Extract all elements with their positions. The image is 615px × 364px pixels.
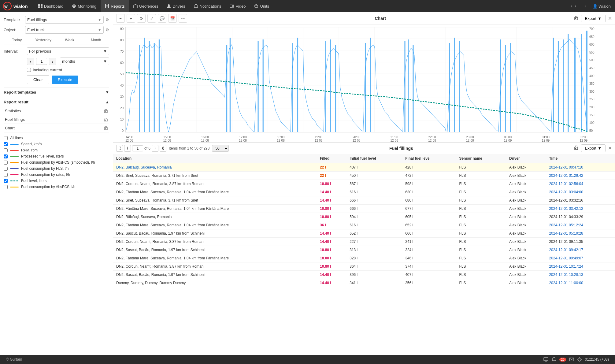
- cell-final: 677 l: [402, 205, 456, 213]
- tab-yesterday[interactable]: Yesterday: [30, 36, 56, 44]
- template-select[interactable]: Fuel fillings ▼: [25, 16, 104, 24]
- table-toolbar: ⟨⟨ ⟨ of 6 ⟩ ⟩⟩ Items from 1 to 50 of 298…: [113, 143, 615, 154]
- legend-rpm-checkbox[interactable]: [4, 148, 8, 152]
- nav-drivers[interactable]: Drivers: [162, 0, 189, 12]
- next-page-btn[interactable]: ⟩: [152, 145, 158, 152]
- result-statistics[interactable]: Statistics: [4, 107, 109, 115]
- table-row[interactable]: DN2, Bălcăuți, Suceava, Romania 10.80 l …: [113, 213, 615, 221]
- fullscreen-btn[interactable]: ⤢: [147, 14, 156, 23]
- object-select[interactable]: Fuel truck ▼: [25, 26, 104, 34]
- table-row[interactable]: DN2, Cordun, Neamț, Romania, 3.87 km fro…: [113, 262, 615, 271]
- svg-rect-81: [575, 148, 576, 149]
- interval-select[interactable]: For previous ▼: [27, 47, 109, 55]
- nav-geofences[interactable]: Geofences: [129, 0, 163, 12]
- tab-week[interactable]: Week: [57, 36, 83, 44]
- table-row[interactable]: DN2, Cordun, Neamț, Romania, 3.87 km fro…: [113, 238, 615, 246]
- table-row[interactable]: DN2, Siret, Suceava, Romania, 3.71 km fr…: [113, 196, 615, 205]
- stepper-decrement[interactable]: ‹: [27, 58, 34, 65]
- table-row[interactable]: DN2, Sascut, Bacău, Romania, 1.97 km fro…: [113, 271, 615, 279]
- legend-abs-fcs-smoothed-checkbox[interactable]: [4, 161, 8, 165]
- legend-speed-checkbox[interactable]: [4, 142, 8, 146]
- cell-sensor: FLS: [456, 271, 506, 279]
- first-page-btn[interactable]: ⟨⟨: [116, 145, 123, 152]
- tab-today[interactable]: Today: [4, 36, 30, 44]
- nav-dashboard[interactable]: Dashboard: [34, 0, 68, 12]
- cell-sensor: FLS: [456, 238, 506, 246]
- nav-dashboard-label: Dashboard: [44, 4, 64, 9]
- nav-notifications[interactable]: Notifications: [190, 0, 226, 12]
- table-row[interactable]: DN2, Fântâna Mare, Suceava, Romania, 1.0…: [113, 205, 615, 213]
- legend-abs-fcs-label: Fuel consumption by AbsFCS, l/h: [21, 185, 75, 189]
- svg-rect-75: [563, 39, 564, 132]
- tab-month[interactable]: Month: [83, 36, 109, 44]
- per-page-select[interactable]: 50 100 200: [212, 145, 229, 152]
- including-current-checkbox[interactable]: [27, 68, 31, 72]
- table-row[interactable]: DN2, Sascut, Bacău, Romania, 1.97 km fro…: [113, 229, 615, 238]
- more-icon[interactable]: ⋮: [582, 3, 588, 10]
- cell-filled: 22 l: [317, 163, 346, 172]
- legend-fls-checkbox[interactable]: [4, 167, 8, 171]
- statusbar-bell-icon[interactable]: [551, 357, 556, 362]
- svg-rect-4: [38, 6, 40, 8]
- table-row[interactable]: DN2, Sascut, Bacău, Romania, 1.97 km fro…: [113, 246, 615, 254]
- svg-rect-25: [575, 18, 576, 19]
- chart-close-btn[interactable]: ✕: [608, 16, 612, 21]
- legend-all-lines-checkbox[interactable]: [4, 136, 8, 140]
- table-row[interactable]: DN2, Fântâna Mare, Suceava, Romania, 1.0…: [113, 188, 615, 196]
- logo-icon: w: [3, 2, 12, 10]
- zoom-in-btn[interactable]: +: [127, 14, 135, 23]
- stepper-input[interactable]: [36, 58, 47, 65]
- execute-button[interactable]: Execute: [52, 76, 78, 84]
- last-page-btn[interactable]: ⟩⟩: [160, 145, 166, 152]
- chart-main[interactable]: [125, 27, 587, 132]
- cell-initial: 616 l: [346, 221, 402, 229]
- table-export-btn[interactable]: Export ▼: [581, 144, 606, 152]
- app-logo[interactable]: w wialon: [3, 2, 28, 10]
- table-row[interactable]: DN2, Fântâna Mare, Suceava, Romania, 1.0…: [113, 221, 615, 229]
- username: Wialon: [598, 4, 611, 9]
- zoom-out-btn[interactable]: −: [116, 14, 125, 23]
- chart-print-btn[interactable]: [574, 16, 579, 21]
- legend-rates-checkbox[interactable]: [4, 173, 8, 177]
- table-row[interactable]: DN2, Cordun, Neamț, Romania, 3.87 km fro…: [113, 180, 615, 188]
- cell-final: 472 l: [402, 172, 456, 180]
- legend-abs-fcs-checkbox[interactable]: [4, 185, 8, 189]
- legend-fuel-level-checkbox[interactable]: [4, 179, 8, 183]
- page-input[interactable]: [132, 145, 143, 151]
- table-row[interactable]: DN2, Fântâna Mare, Suceava, Romania, 1.0…: [113, 254, 615, 262]
- table-print-btn[interactable]: [574, 145, 579, 151]
- legend-processed-fuel-checkbox[interactable]: [4, 154, 8, 158]
- months-select[interactable]: months ▼: [60, 58, 109, 65]
- pen-btn[interactable]: ✏: [179, 14, 187, 23]
- zoom-reset-btn[interactable]: ⟳: [137, 14, 146, 23]
- nav-video[interactable]: Video: [225, 0, 250, 12]
- report-templates-section[interactable]: Report templates ▼: [4, 87, 109, 97]
- including-current-label[interactable]: Including current: [33, 68, 62, 72]
- clear-button[interactable]: Clear: [27, 75, 49, 84]
- calendar-btn[interactable]: 📅: [168, 14, 177, 23]
- nav-reports[interactable]: Reports: [101, 0, 129, 12]
- nav-monitoring[interactable]: Monitoring: [68, 0, 101, 12]
- report-result-section[interactable]: Report result ▲: [4, 97, 109, 107]
- result-fuel-fillings[interactable]: Fuel fillings: [4, 115, 109, 124]
- legend-fuel-level-line: [10, 180, 19, 181]
- table-scroll[interactable]: Location Filled Initial fuel level Final…: [113, 154, 615, 355]
- table-row[interactable]: DN2, Siret, Suceava, Romania, 3.71 km fr…: [113, 172, 615, 180]
- template-settings-icon[interactable]: ⚙: [106, 17, 109, 22]
- table-row[interactable]: Dummy, Dummy, Dummy, Dummy Dummy 14.40 l…: [113, 279, 615, 287]
- table-close-btn[interactable]: ✕: [608, 145, 612, 151]
- user-icon[interactable]: 👤 Wialon: [591, 3, 612, 10]
- object-settings-icon[interactable]: ⚙: [106, 28, 109, 32]
- cell-filled: 10.80 l: [317, 246, 346, 254]
- grid-icon[interactable]: ⋮⋮: [569, 3, 579, 10]
- nav-units[interactable]: Units: [250, 0, 273, 12]
- svg-rect-53: [226, 45, 227, 132]
- chart-export-btn[interactable]: Export ▼: [581, 15, 606, 22]
- result-chart[interactable]: Chart: [4, 124, 109, 132]
- stepper-increment[interactable]: ›: [49, 58, 56, 65]
- table-row[interactable]: DN2, Bălcăuți, Suceava, Romania 22 l 407…: [113, 163, 615, 172]
- xaxis-17: 17:0012-08: [239, 136, 247, 142]
- xaxis-15: 15:0012-08: [163, 136, 171, 142]
- chat-btn[interactable]: 💬: [158, 14, 166, 23]
- prev-page-btn[interactable]: ⟨: [124, 145, 131, 152]
